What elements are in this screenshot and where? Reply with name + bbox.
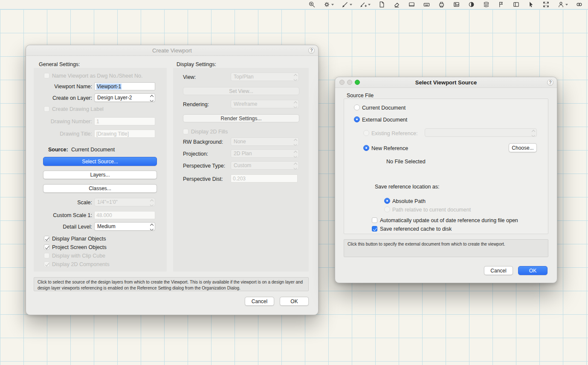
flag-tool-icon[interactable] <box>498 1 505 8</box>
rendering-select: Wireframe <box>231 100 299 108</box>
stepper-icon <box>532 130 535 136</box>
settings-tool-icon[interactable] <box>323 1 334 8</box>
application-canvas: Create Viewport ? General Settings: Disp… <box>0 0 588 365</box>
image-tool-icon[interactable] <box>453 1 460 8</box>
perspective-type-value: Custom <box>234 162 251 168</box>
display-settings-panel <box>173 68 309 272</box>
new-reference-label: New Reference <box>371 145 408 151</box>
external-document-radio[interactable] <box>354 116 360 122</box>
panel-tool-icon[interactable] <box>513 1 520 8</box>
link-tool-icon[interactable] <box>576 1 583 8</box>
cursor-tool-icon[interactable] <box>527 1 535 8</box>
save-location-label: Save reference location as: <box>375 184 439 190</box>
new-reference-radio[interactable] <box>363 145 369 151</box>
user-tool-icon[interactable] <box>557 1 568 8</box>
pen-tool-icon[interactable] <box>342 1 352 8</box>
cancel-button[interactable]: Cancel <box>245 297 274 306</box>
save-cache-checkbox[interactable] <box>372 226 377 232</box>
layers-button[interactable]: Layers... <box>43 171 157 179</box>
keyboard-tool-icon[interactable] <box>423 1 430 8</box>
chevron-down-icon <box>565 4 568 6</box>
create-on-layer-select[interactable]: Design Layer-2 <box>94 93 155 102</box>
drawing-number-input <box>94 117 155 125</box>
close-button[interactable] <box>339 80 345 85</box>
clip-cube-checkbox <box>44 253 49 258</box>
relative-path-radio <box>384 206 390 212</box>
stepper-icon <box>294 139 297 145</box>
create-viewport-titlebar[interactable]: Create Viewport ? <box>26 45 318 56</box>
existing-reference-label: Existing Reference: <box>371 130 417 136</box>
perspective-type-label: Perspective Type: <box>183 163 225 169</box>
relative-path-label: Path relative to current document <box>392 207 471 213</box>
stepper-icon <box>151 200 153 206</box>
chevron-down-icon <box>368 4 371 6</box>
contrast-tool-icon[interactable] <box>468 1 475 8</box>
choose-button[interactable]: Choose... <box>509 143 537 152</box>
pen-add-tool-icon[interactable] <box>360 1 371 8</box>
printer-tool-icon[interactable] <box>438 1 445 8</box>
source-label: Source: <box>48 147 68 153</box>
existing-reference-select <box>425 128 537 137</box>
detail-level-select[interactable]: Medium <box>94 222 155 231</box>
current-document-radio[interactable] <box>354 104 360 110</box>
scale-label: Scale: <box>34 200 92 206</box>
display-settings-heading: Display Settings: <box>177 61 216 67</box>
display-planar-checkbox[interactable] <box>44 236 49 241</box>
project-screen-checkbox[interactable] <box>44 244 49 250</box>
display-planar-label: Display Planar Objects <box>52 236 106 242</box>
selected-text: Viewport-1 <box>96 84 122 90</box>
dialog-help-text: Click this button to specify the externa… <box>344 239 548 257</box>
display-2d-fills-checkbox <box>183 129 188 134</box>
cancel-button[interactable]: Cancel <box>484 266 513 275</box>
expand-tool-icon[interactable] <box>542 1 550 8</box>
stepper-icon <box>151 96 153 101</box>
rw-background-value: None <box>234 139 246 145</box>
stepper-icon <box>151 224 153 230</box>
drawing-number-label: Drawing Number: <box>34 119 92 125</box>
tablet-tool-icon[interactable] <box>408 1 415 8</box>
zoom-button[interactable] <box>355 80 360 85</box>
ok-button[interactable]: OK <box>280 297 309 306</box>
dialog-title: Create Viewport <box>152 47 192 54</box>
projection-label: Projection: <box>183 151 208 157</box>
help-icon[interactable]: ? <box>308 47 315 54</box>
create-on-layer-value: Design Layer-2 <box>97 95 132 101</box>
select-source-button[interactable]: Select Source... <box>43 157 157 166</box>
eraser-tool-icon[interactable] <box>393 1 400 8</box>
absolute-path-radio[interactable] <box>384 198 390 204</box>
select-viewport-source-dialog: Select Viewport Source ? Source File Cur… <box>335 77 557 283</box>
stepper-icon <box>294 163 297 169</box>
save-cache-label: Save referenced cache to disk <box>380 226 452 232</box>
rendering-label: Rendering: <box>183 101 209 107</box>
perspective-type-select: Custom <box>231 161 299 170</box>
source-value: Current Document <box>71 147 115 153</box>
view-value: Top/Plan <box>234 74 254 80</box>
create-viewport-dialog: Create Viewport ? General Settings: Disp… <box>26 45 319 315</box>
viewport-name-input[interactable]: Viewport-1 <box>94 82 155 90</box>
zoom-tool-icon[interactable] <box>308 1 316 8</box>
select-viewport-source-titlebar[interactable]: Select Viewport Source ? <box>335 77 557 88</box>
document-tool-icon[interactable] <box>378 1 385 8</box>
perspective-dist-input <box>231 174 298 182</box>
create-drawing-label-checkbox <box>44 106 49 112</box>
classes-button[interactable]: Classes... <box>43 184 157 193</box>
chevron-down-icon <box>350 4 352 6</box>
auto-update-checkbox[interactable] <box>372 217 377 223</box>
rendering-value: Wireframe <box>234 101 257 107</box>
scale-select: 1/4"=1'0" <box>94 198 155 206</box>
components-2d-label: Display 2D Components <box>52 261 110 267</box>
perspective-dist-label: Perspective Dist: <box>183 176 223 182</box>
top-toolbar <box>0 0 588 9</box>
auto-update-label: Automatically update out of date referen… <box>380 217 518 223</box>
help-icon[interactable]: ? <box>547 79 553 86</box>
absolute-path-label: Absolute Path <box>392 198 426 204</box>
source-file-heading: Source File <box>347 93 374 98</box>
detail-level-value: Medium <box>97 223 116 229</box>
clip-cube-label: Display with Clip Cube <box>52 253 105 259</box>
minimize-button[interactable] <box>347 80 352 85</box>
ok-button[interactable]: OK <box>518 266 547 275</box>
render-settings-button[interactable]: Render Settings... <box>183 114 299 122</box>
no-file-selected-text: No File Selected <box>386 159 426 165</box>
layers-tool-icon[interactable] <box>483 1 490 8</box>
name-as-dwg-checkbox <box>44 73 49 78</box>
